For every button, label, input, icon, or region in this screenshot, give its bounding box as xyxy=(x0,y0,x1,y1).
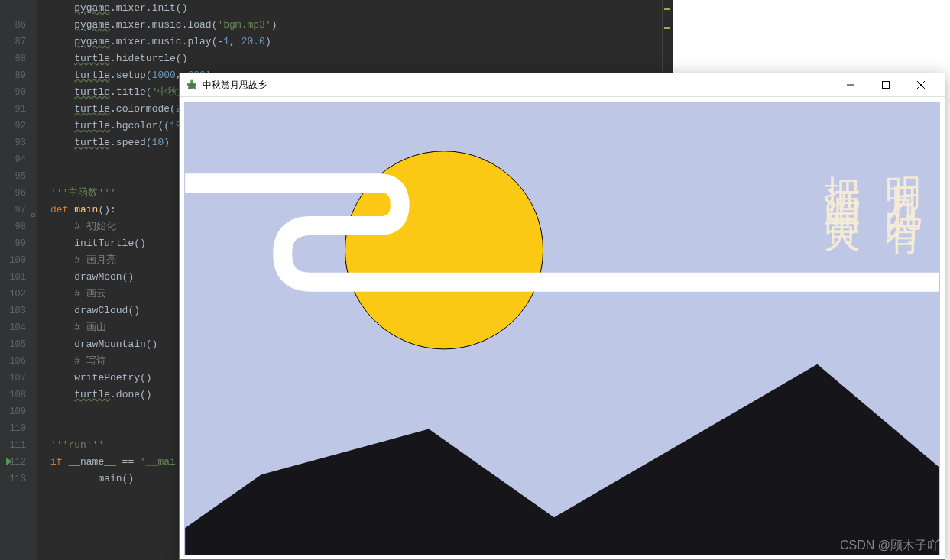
line-number: 90 xyxy=(0,84,37,101)
code-line[interactable]: turtle.hideturtle() xyxy=(50,50,673,67)
maximize-icon xyxy=(882,81,890,89)
turtle-icon xyxy=(186,79,198,91)
line-number: 89 xyxy=(0,67,37,84)
line-number: 103 xyxy=(0,303,37,319)
sky-background: 明月几时有 把酒问青天 xyxy=(184,102,940,555)
run-icon[interactable] xyxy=(6,458,12,465)
line-number: 105 xyxy=(0,336,37,353)
line-number: 109 xyxy=(0,403,37,420)
svg-rect-4 xyxy=(188,87,190,89)
line-number: 99 xyxy=(0,235,37,252)
line-number: 91 xyxy=(0,101,37,118)
line-number: 106 xyxy=(0,353,37,370)
turtle-window[interactable]: 中秋赏月思故乡 xyxy=(179,73,945,560)
line-number: 98 xyxy=(0,218,37,235)
minimize-icon xyxy=(847,81,854,89)
code-line[interactable]: pygame.mixer.music.load('bgm.mp3') xyxy=(50,17,673,34)
line-number: 101 xyxy=(0,269,37,286)
line-number: 110 xyxy=(0,420,37,437)
line-number: 87 xyxy=(0,34,37,50)
line-number: 88 xyxy=(0,50,37,67)
minimize-button[interactable] xyxy=(833,73,868,97)
line-number: 107 xyxy=(0,370,37,387)
svg-point-1 xyxy=(190,80,193,83)
line-number: 86 xyxy=(0,17,37,34)
poetry-line-1: 明月几时有 xyxy=(885,147,922,201)
line-number: 113 xyxy=(0,471,37,487)
mountains xyxy=(185,364,939,555)
line-number xyxy=(0,0,37,17)
window-controls xyxy=(833,73,939,97)
line-number: 93 xyxy=(0,134,37,151)
watermark: CSDN @顾木子吖 xyxy=(840,538,939,554)
close-icon xyxy=(917,81,925,89)
svg-rect-2 xyxy=(187,83,189,86)
line-number: 96 xyxy=(0,185,37,202)
titlebar[interactable]: 中秋赏月思故乡 xyxy=(180,73,945,97)
line-number: 112 xyxy=(0,454,37,471)
code-line[interactable]: pygame.mixer.init() xyxy=(50,0,673,17)
svg-rect-7 xyxy=(883,82,890,89)
line-number: 92 xyxy=(0,118,37,134)
line-number: 100 xyxy=(0,252,37,269)
line-number: 108 xyxy=(0,387,37,403)
line-number: 97⊟ xyxy=(0,202,37,218)
line-number: 102 xyxy=(0,286,37,303)
line-number: 94 xyxy=(0,151,37,168)
line-number: 111 xyxy=(0,437,37,454)
window-title: 中秋赏月思故乡 xyxy=(203,79,833,92)
fold-icon[interactable]: ⊟ xyxy=(29,207,35,213)
poetry-line-2: 把酒问青天 xyxy=(824,147,861,201)
line-number: 104 xyxy=(0,319,37,336)
line-number: 95 xyxy=(0,168,37,185)
svg-rect-5 xyxy=(194,87,196,89)
svg-rect-3 xyxy=(195,83,196,86)
code-line[interactable]: pygame.mixer.music.play(-1, 20.0) xyxy=(50,34,673,50)
close-button[interactable] xyxy=(903,73,939,97)
editor-gutter: 868788899091929394959697⊟989910010110210… xyxy=(0,0,37,560)
svg-marker-11 xyxy=(490,364,939,555)
canvas-area: 明月几时有 把酒问青天 xyxy=(180,97,945,559)
maximize-button[interactable] xyxy=(868,73,903,97)
